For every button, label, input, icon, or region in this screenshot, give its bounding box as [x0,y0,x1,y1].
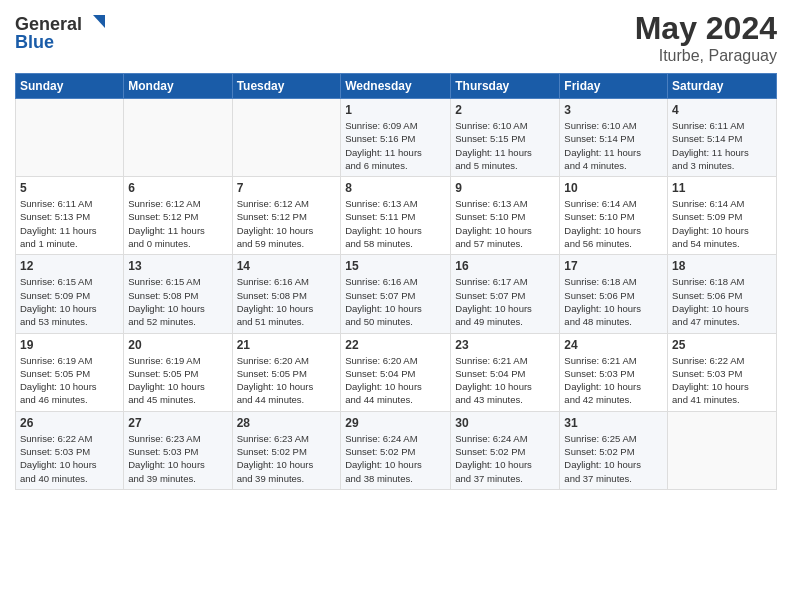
calendar-cell: 22Sunrise: 6:20 AM Sunset: 5:04 PM Dayli… [341,333,451,411]
day-number: 22 [345,338,446,352]
calendar-cell: 15Sunrise: 6:16 AM Sunset: 5:07 PM Dayli… [341,255,451,333]
day-number: 12 [20,259,119,273]
day-info: Sunrise: 6:22 AM Sunset: 5:03 PM Dayligh… [20,432,119,485]
day-info: Sunrise: 6:18 AM Sunset: 5:06 PM Dayligh… [672,275,772,328]
day-info: Sunrise: 6:19 AM Sunset: 5:05 PM Dayligh… [20,354,119,407]
day-number: 7 [237,181,337,195]
day-info: Sunrise: 6:15 AM Sunset: 5:09 PM Dayligh… [20,275,119,328]
day-info: Sunrise: 6:22 AM Sunset: 5:03 PM Dayligh… [672,354,772,407]
header-monday: Monday [124,74,232,99]
calendar-cell: 1Sunrise: 6:09 AM Sunset: 5:16 PM Daylig… [341,99,451,177]
calendar-cell: 16Sunrise: 6:17 AM Sunset: 5:07 PM Dayli… [451,255,560,333]
calendar-cell [232,99,341,177]
day-number: 3 [564,103,663,117]
calendar-week-4: 19Sunrise: 6:19 AM Sunset: 5:05 PM Dayli… [16,333,777,411]
calendar-cell: 20Sunrise: 6:19 AM Sunset: 5:05 PM Dayli… [124,333,232,411]
calendar-cell: 18Sunrise: 6:18 AM Sunset: 5:06 PM Dayli… [668,255,777,333]
day-info: Sunrise: 6:23 AM Sunset: 5:02 PM Dayligh… [237,432,337,485]
calendar-cell: 8Sunrise: 6:13 AM Sunset: 5:11 PM Daylig… [341,177,451,255]
day-info: Sunrise: 6:16 AM Sunset: 5:07 PM Dayligh… [345,275,446,328]
day-info: Sunrise: 6:14 AM Sunset: 5:09 PM Dayligh… [672,197,772,250]
day-info: Sunrise: 6:10 AM Sunset: 5:15 PM Dayligh… [455,119,555,172]
calendar-cell: 27Sunrise: 6:23 AM Sunset: 5:03 PM Dayli… [124,411,232,489]
calendar-cell [16,99,124,177]
calendar-cell: 10Sunrise: 6:14 AM Sunset: 5:10 PM Dayli… [560,177,668,255]
day-number: 14 [237,259,337,273]
calendar-header-row: Sunday Monday Tuesday Wednesday Thursday… [16,74,777,99]
calendar-cell: 23Sunrise: 6:21 AM Sunset: 5:04 PM Dayli… [451,333,560,411]
header-thursday: Thursday [451,74,560,99]
page-subtitle: Iturbe, Paraguay [635,47,777,65]
day-number: 28 [237,416,337,430]
day-info: Sunrise: 6:21 AM Sunset: 5:03 PM Dayligh… [564,354,663,407]
day-info: Sunrise: 6:20 AM Sunset: 5:04 PM Dayligh… [345,354,446,407]
calendar-cell: 30Sunrise: 6:24 AM Sunset: 5:02 PM Dayli… [451,411,560,489]
day-number: 30 [455,416,555,430]
day-number: 13 [128,259,227,273]
day-info: Sunrise: 6:25 AM Sunset: 5:02 PM Dayligh… [564,432,663,485]
svg-text:Blue: Blue [15,32,54,52]
day-number: 9 [455,181,555,195]
page: General Blue May 2024 Iturbe, Paraguay S… [0,0,792,500]
calendar-week-3: 12Sunrise: 6:15 AM Sunset: 5:09 PM Dayli… [16,255,777,333]
day-number: 31 [564,416,663,430]
calendar-cell: 28Sunrise: 6:23 AM Sunset: 5:02 PM Dayli… [232,411,341,489]
day-number: 29 [345,416,446,430]
day-number: 23 [455,338,555,352]
svg-marker-1 [93,15,105,28]
day-number: 15 [345,259,446,273]
day-number: 26 [20,416,119,430]
header-friday: Friday [560,74,668,99]
calendar-cell: 31Sunrise: 6:25 AM Sunset: 5:02 PM Dayli… [560,411,668,489]
title-area: May 2024 Iturbe, Paraguay [635,10,777,65]
day-info: Sunrise: 6:24 AM Sunset: 5:02 PM Dayligh… [345,432,446,485]
day-info: Sunrise: 6:11 AM Sunset: 5:13 PM Dayligh… [20,197,119,250]
logo: General Blue [15,10,110,59]
calendar-cell: 14Sunrise: 6:16 AM Sunset: 5:08 PM Dayli… [232,255,341,333]
calendar-cell: 12Sunrise: 6:15 AM Sunset: 5:09 PM Dayli… [16,255,124,333]
header: General Blue May 2024 Iturbe, Paraguay [15,10,777,65]
calendar-cell [668,411,777,489]
calendar-cell: 5Sunrise: 6:11 AM Sunset: 5:13 PM Daylig… [16,177,124,255]
calendar-week-1: 1Sunrise: 6:09 AM Sunset: 5:16 PM Daylig… [16,99,777,177]
day-info: Sunrise: 6:10 AM Sunset: 5:14 PM Dayligh… [564,119,663,172]
calendar-cell: 21Sunrise: 6:20 AM Sunset: 5:05 PM Dayli… [232,333,341,411]
day-info: Sunrise: 6:20 AM Sunset: 5:05 PM Dayligh… [237,354,337,407]
day-number: 10 [564,181,663,195]
day-info: Sunrise: 6:17 AM Sunset: 5:07 PM Dayligh… [455,275,555,328]
day-info: Sunrise: 6:16 AM Sunset: 5:08 PM Dayligh… [237,275,337,328]
day-number: 2 [455,103,555,117]
calendar-cell: 19Sunrise: 6:19 AM Sunset: 5:05 PM Dayli… [16,333,124,411]
calendar-cell: 7Sunrise: 6:12 AM Sunset: 5:12 PM Daylig… [232,177,341,255]
day-number: 16 [455,259,555,273]
day-info: Sunrise: 6:12 AM Sunset: 5:12 PM Dayligh… [237,197,337,250]
calendar-cell: 17Sunrise: 6:18 AM Sunset: 5:06 PM Dayli… [560,255,668,333]
day-number: 25 [672,338,772,352]
day-info: Sunrise: 6:12 AM Sunset: 5:12 PM Dayligh… [128,197,227,250]
day-number: 6 [128,181,227,195]
svg-text:General: General [15,14,82,34]
day-number: 18 [672,259,772,273]
day-number: 21 [237,338,337,352]
calendar-cell: 6Sunrise: 6:12 AM Sunset: 5:12 PM Daylig… [124,177,232,255]
day-number: 1 [345,103,446,117]
day-number: 19 [20,338,119,352]
day-number: 11 [672,181,772,195]
header-wednesday: Wednesday [341,74,451,99]
header-saturday: Saturday [668,74,777,99]
header-sunday: Sunday [16,74,124,99]
day-info: Sunrise: 6:13 AM Sunset: 5:11 PM Dayligh… [345,197,446,250]
calendar-cell: 3Sunrise: 6:10 AM Sunset: 5:14 PM Daylig… [560,99,668,177]
day-info: Sunrise: 6:19 AM Sunset: 5:05 PM Dayligh… [128,354,227,407]
day-info: Sunrise: 6:21 AM Sunset: 5:04 PM Dayligh… [455,354,555,407]
day-info: Sunrise: 6:18 AM Sunset: 5:06 PM Dayligh… [564,275,663,328]
day-number: 5 [20,181,119,195]
day-number: 17 [564,259,663,273]
calendar-cell [124,99,232,177]
logo-area: General Blue [15,10,110,59]
calendar-cell: 24Sunrise: 6:21 AM Sunset: 5:03 PM Dayli… [560,333,668,411]
day-number: 8 [345,181,446,195]
day-info: Sunrise: 6:09 AM Sunset: 5:16 PM Dayligh… [345,119,446,172]
calendar-cell: 4Sunrise: 6:11 AM Sunset: 5:14 PM Daylig… [668,99,777,177]
day-info: Sunrise: 6:11 AM Sunset: 5:14 PM Dayligh… [672,119,772,172]
